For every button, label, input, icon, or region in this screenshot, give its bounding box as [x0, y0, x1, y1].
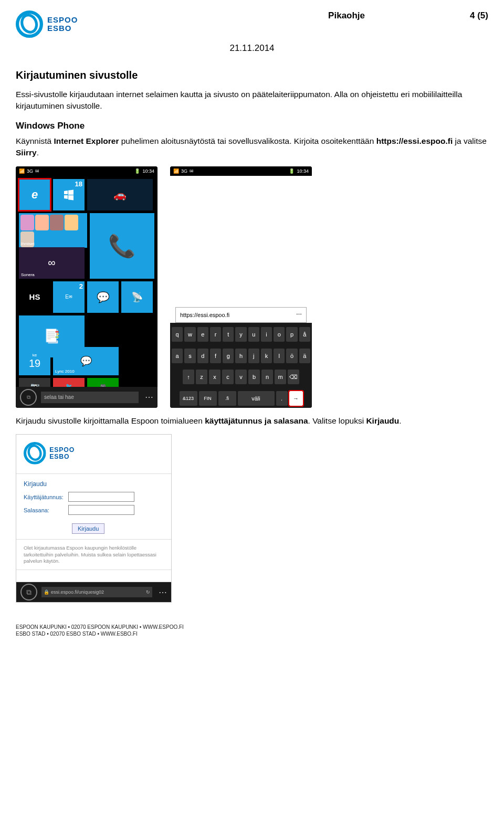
secure-url-bar[interactable]: 🔒 essi.espoo.fi/uniquesig02 ↻ [41, 587, 152, 597]
screenshot-start-screen: 📶 3G ✉ 🔋10:34 e 18 🚗 Ihmiset [16, 166, 158, 408]
key-e[interactable]: e [197, 327, 208, 342]
url-input[interactable]: https://essi.espoo.fi ⋯ [175, 307, 307, 323]
key-ö[interactable]: ö [286, 349, 297, 363]
sonera-tile[interactable]: ∞ Sonera [19, 247, 85, 279]
lync-tile[interactable]: 💬Lync 2010 [53, 347, 119, 375]
refresh-icon[interactable]: ↻ [146, 589, 150, 595]
address-bar[interactable]: selaa tai hae [41, 392, 139, 403]
more-icon[interactable]: ⋯ [145, 392, 153, 402]
doc-type: Pikaohje [328, 10, 365, 21]
key-f[interactable]: f [210, 349, 221, 363]
screenshot-login: ESPOOESBO Kirjaudu Käyttäjätunnus: Salas… [16, 434, 172, 603]
key-k[interactable]: k [261, 349, 272, 363]
key-→[interactable]: → [289, 391, 303, 406]
logo-text-1: ESPOO [47, 16, 78, 25]
phone-tile[interactable]: 📞 [90, 213, 155, 279]
signal-icon: 📶 [19, 168, 25, 174]
platform-heading: Windows Phone [16, 121, 488, 131]
key-↑[interactable]: ↑ [183, 370, 194, 384]
lock-icon: 🔒 [44, 589, 49, 595]
key-j[interactable]: j [248, 349, 259, 363]
login-button[interactable]: Kirjaudu [72, 523, 104, 534]
key-a[interactable]: a [172, 349, 183, 363]
key-y[interactable]: y [235, 327, 246, 342]
key-väli[interactable]: väli [238, 391, 275, 406]
key-r[interactable]: r [210, 327, 221, 342]
logo-text-2: ESBO [47, 24, 78, 33]
key-h[interactable]: h [235, 349, 246, 363]
key-t[interactable]: t [223, 327, 234, 342]
people-tile[interactable]: Ihmiset [19, 213, 87, 248]
espoo-logo: ESPOO ESBO [16, 10, 78, 38]
key-.fi[interactable]: .fi [218, 391, 236, 406]
key-å[interactable]: å [299, 327, 310, 342]
key-o[interactable]: o [274, 327, 285, 342]
more-icon[interactable]: ⋯ [159, 587, 167, 597]
ie-tile[interactable]: e [19, 179, 50, 210]
tabs-button[interactable]: ⧉ [20, 584, 37, 600]
key-i[interactable]: i [261, 327, 272, 342]
key-c[interactable]: c [222, 370, 234, 384]
tabs-button[interactable]: ⧉ [20, 389, 37, 406]
key-w[interactable]: w [184, 327, 195, 342]
calendar-tile[interactable]: ke 19 [19, 347, 50, 375]
mail-icon: ✉ [35, 168, 39, 174]
instruction-2: Kirjaudu sivustolle kirjoittamalla Espoo… [16, 415, 488, 427]
key-z[interactable]: z [196, 370, 207, 384]
key-x[interactable]: x [209, 370, 220, 384]
key-FIN[interactable]: FIN [199, 391, 217, 406]
key-m[interactable]: m [275, 370, 286, 384]
exchange-tile[interactable]: E✉2 [53, 281, 85, 313]
messaging-tile[interactable]: 💬 [87, 281, 119, 313]
key-b[interactable]: b [248, 370, 260, 384]
instruction-1: Käynnistä Internet Explorer puhelimen al… [16, 135, 488, 159]
screenshot-browser-keyboard: 📶 3G ✉ 🔋10:34 https://essi.espoo.fi ⋯ qw… [170, 166, 312, 408]
key-p[interactable]: p [286, 327, 297, 342]
signal-icon: 📶 [173, 168, 179, 174]
key-q[interactable]: q [172, 327, 183, 342]
key-l[interactable]: l [274, 349, 285, 363]
key-v[interactable]: v [235, 370, 247, 384]
login-footnote: Olet kirjautumassa Espoon kaupungin henk… [16, 540, 171, 570]
drive-tile[interactable]: 🚗 [87, 179, 153, 210]
password-label: Salasana: [24, 507, 68, 513]
login-heading: Kirjaudu [24, 480, 164, 488]
password-field[interactable] [68, 505, 134, 515]
username-field[interactable] [68, 492, 134, 502]
store-tile[interactable]: 18 [53, 179, 85, 210]
keyboard: qwertyuiopå asdfghjklöä ↑zxcvbnm⌫ &123FI… [170, 323, 312, 408]
key-g[interactable]: g [223, 349, 234, 363]
page-number: 4 (5) [470, 10, 488, 21]
page-footer: ESPOON KAUPUNKI • 02070 ESPOON KAUPUNKI … [16, 624, 488, 637]
key-d[interactable]: d [197, 349, 208, 363]
key-s[interactable]: s [184, 349, 195, 363]
key-⌫[interactable]: ⌫ [288, 370, 299, 384]
key-ä[interactable]: ä [299, 349, 310, 363]
intro-text: Essi-sivustolle kirjaudutaan internet se… [16, 89, 488, 112]
bottom-nav: ⧉ selaa tai hae ⋯ [16, 387, 158, 408]
key-u[interactable]: u [248, 327, 259, 342]
username-label: Käyttäjätunnus: [24, 494, 68, 500]
key-.[interactable]: . [276, 391, 288, 406]
key-&123[interactable]: &123 [180, 391, 197, 406]
key-n[interactable]: n [261, 370, 273, 384]
section-heading: Kirjautuminen sivustolle [16, 69, 488, 81]
wallet-tile[interactable]: 📡 [121, 281, 153, 313]
doc-date: 21.11.2014 [16, 43, 488, 54]
mail-icon: ✉ [190, 168, 194, 174]
hs-tile[interactable]: HS [19, 281, 50, 313]
